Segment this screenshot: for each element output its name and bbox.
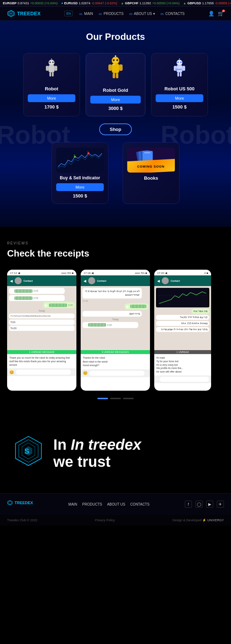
ticker-item-gbpusd: ▲ GBPUSD 1.17658 -0.00855 (-0.7%) (183, 1, 231, 5)
footer-social: f ◯ ▶ ✈ (185, 501, 224, 508)
review-phone-1: 17:12 ◀ ▪▪▪▪▪ 5G ■ ◀ Contact ▶ (7, 270, 76, 391)
products-row1: Robot More 1700 $ (7, 53, 224, 116)
unread-bar-2: 3 UNREAD MESSAGES (81, 350, 150, 354)
product-name-robot-us500: Robot US 500 (156, 86, 203, 91)
svg-rect-17 (113, 73, 115, 78)
privacy-policy[interactable]: Privacy Policy (95, 518, 115, 522)
unread-bar-1: 1 UNREAD MESSAGE (7, 350, 76, 354)
product-name-robot: Robot (28, 86, 75, 91)
products-section: Robot Robot Our Products (0, 21, 231, 227)
svg-point-19 (113, 59, 115, 61)
footer-nav-products[interactable]: PRODUCTS (82, 502, 102, 506)
svg-rect-16 (119, 64, 123, 71)
nav-main[interactable]: 01 MAIN (79, 12, 93, 16)
ticker-item-gbpchf: ▲ GBPCHF 1.11392 +0.00550 (+0.04%) (121, 1, 180, 5)
indicator-preview: B S (56, 148, 104, 173)
review-phone-2: 17:18 ◀ ▪▪▪▪▪ 5G ■ ◀ Contact לא אין בעיה… (81, 270, 150, 391)
buy-sell-price: 1500 $ (56, 193, 104, 199)
instagram-icon[interactable]: ◯ (195, 501, 203, 508)
svg-marker-2 (10, 12, 12, 15)
books-preview: COMING SOON (127, 148, 175, 173)
carousel-dots (7, 398, 224, 399)
svg-point-22 (115, 56, 116, 57)
user-icon[interactable]: 👤 (208, 11, 214, 16)
dot-3[interactable] (123, 398, 134, 399)
design-credit: Design & Developed ⚡ UNIXERGY (172, 518, 224, 522)
product-card-books: COMING SOON Books (123, 142, 179, 204)
cart-icon[interactable]: 🛒0 (218, 11, 224, 16)
buy-sell-more-button[interactable]: More (56, 183, 104, 191)
reviews-section: REVIEWS Check the receipts 17:12 ◀ ▪▪▪▪▪… (0, 227, 231, 413)
shop-button[interactable]: Shop (99, 123, 132, 135)
product-card-robot-us500: US500 Robot US 500 More 1500 $ (151, 53, 208, 116)
products-title: Our Products (7, 31, 224, 42)
nav-contacts[interactable]: 05 CONTACTS (161, 12, 185, 16)
robot-gold-more-button[interactable]: More (90, 96, 141, 104)
coming-soon-banner: COMING SOON (127, 159, 175, 173)
svg-rect-35 (56, 148, 104, 172)
nav-about[interactable]: 03 ABOUT US ▾ (129, 12, 155, 16)
footer-nav-main[interactable]: MAIN (68, 502, 77, 506)
product-card-robot: Robot More 1700 $ (23, 53, 80, 116)
svg-text:S: S (25, 447, 29, 455)
nav-products[interactable]: 02 PRODUCTS (99, 12, 124, 16)
footer-logo: TREEDEX (7, 500, 33, 506)
youtube-icon[interactable]: ▶ (206, 501, 213, 508)
unread-bar-3: 1 UNREAD (154, 350, 211, 354)
robot-more-button[interactable]: More (28, 94, 75, 102)
products-row2: B S Buy & Sell indicator More 1500 $ (7, 142, 224, 204)
product-name-buy-sell: Buy & Sell indicator (56, 175, 104, 180)
svg-point-9 (49, 62, 51, 63)
svg-marker-54 (9, 501, 12, 505)
logo[interactable]: TREEDEX (7, 10, 41, 17)
shop-row: Shop (7, 123, 224, 135)
svg-text:S: S (87, 151, 88, 153)
footer-nav-contacts[interactable]: CONTACTS (130, 502, 149, 506)
navbar: TREEDEX EN 01 MAIN 02 PRODUCTS 03 ABOUT … (0, 7, 231, 21)
robot-gold-image (103, 56, 128, 85)
svg-point-10 (52, 62, 54, 63)
footer-bottom: Treedex Club © 2022 Privacy Policy Desig… (0, 515, 231, 526)
developer-logo: ⚡ UNIXERGY (202, 518, 224, 522)
robot-price: 1700 $ (28, 104, 75, 110)
telegram-icon[interactable]: ✈ (217, 501, 224, 508)
svg-text:B: B (74, 154, 75, 156)
ticker-item-eurusd: ● EURUSD 1.02674 -0.00647 (-0.62%) (61, 1, 117, 5)
svg-point-30 (177, 62, 179, 63)
product-card-robot-gold: Robot Gold More 3000 $ (86, 53, 145, 116)
facebook-icon[interactable]: f (185, 501, 192, 508)
copyright: Treedex Club © 2022 (7, 518, 37, 522)
dot-2[interactable] (110, 398, 121, 399)
robot-image (41, 58, 62, 83)
robot-gold-price: 3000 $ (90, 106, 141, 111)
lang-selector[interactable]: EN (64, 11, 73, 16)
svg-rect-15 (108, 64, 112, 71)
dot-1[interactable] (97, 398, 108, 399)
nav-actions: 👤 🛒0 (208, 11, 224, 16)
reviews-carousel: 17:12 ◀ ▪▪▪▪▪ 5G ■ ◀ Contact ▶ (7, 270, 224, 391)
robot-us500-more-button[interactable]: More (156, 94, 203, 102)
svg-rect-8 (52, 72, 54, 76)
robot-us500-price: 1500 $ (156, 104, 203, 110)
svg-rect-7 (49, 72, 51, 76)
svg-text:US500: US500 (175, 68, 182, 70)
review-phone-3: 17:20 ◀ 4 ■ ◀ Contact (154, 270, 211, 391)
svg-rect-6 (54, 66, 57, 71)
footer-nav-about[interactable]: ABOUT US (107, 502, 125, 506)
svg-rect-45 (144, 152, 150, 153)
nav-links: EN 01 MAIN 02 PRODUCTS 03 ABOUT US ▾ 05 … (64, 11, 185, 16)
svg-point-12 (51, 58, 52, 59)
ticker-item-eurgbp: EURGBP 0.87431 +0.00032 (+0.04%) (3, 1, 58, 5)
reviews-title: Check the receipts (7, 248, 224, 259)
reviews-label: REVIEWS (7, 241, 224, 245)
svg-point-20 (117, 59, 118, 61)
trust-text: In In treedex we trust we trust (53, 436, 141, 471)
product-name-books: Books (127, 175, 175, 181)
trust-logo: S (11, 435, 46, 472)
svg-rect-4 (49, 65, 54, 72)
svg-point-31 (180, 62, 182, 63)
footer-nav: MAIN PRODUCTS ABOUT US CONTACTS (68, 502, 149, 506)
svg-rect-5 (46, 66, 49, 71)
svg-rect-29 (180, 72, 182, 76)
svg-rect-46 (157, 288, 208, 307)
